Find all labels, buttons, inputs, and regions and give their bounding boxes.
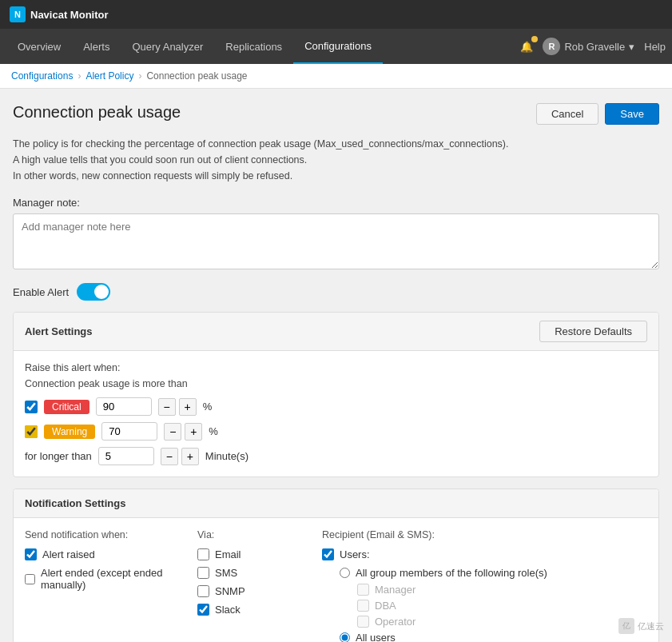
alert-settings-panel: Alert Settings Restore Defaults Raise th… bbox=[13, 312, 659, 477]
bell-icon[interactable]: 🔔 bbox=[520, 41, 533, 53]
breadcrumb-sep-1: › bbox=[78, 70, 81, 82]
longer-than-label: for longer than bbox=[25, 450, 92, 462]
content: Connection peak usage Cancel Save The po… bbox=[0, 89, 672, 642]
via-slack-label: Slack bbox=[215, 604, 241, 616]
enable-alert-label: Enable Alert bbox=[13, 286, 69, 298]
warning-decrement-button[interactable]: − bbox=[164, 423, 181, 441]
top-bar: N Navicat Monitor bbox=[0, 0, 672, 29]
nav-right: 🔔 R Rob Gravelle ▾ Help bbox=[520, 38, 666, 55]
description-line2: A high value tells that you could soon r… bbox=[13, 152, 659, 168]
role-dba: DBA bbox=[357, 600, 647, 612]
role-group-radio[interactable] bbox=[340, 568, 350, 578]
breadcrumb-sep-2: › bbox=[138, 70, 141, 82]
notification-settings-header: Notification Settings bbox=[14, 489, 658, 518]
alert-ended-label: Alert ended (except ended manually) bbox=[41, 567, 185, 591]
cancel-button[interactable]: Cancel bbox=[536, 103, 598, 125]
via-sms-label: SMS bbox=[215, 567, 237, 579]
warning-checkbox[interactable] bbox=[25, 425, 38, 438]
via-sms-item: SMS bbox=[197, 567, 309, 579]
header-buttons: Cancel Save bbox=[536, 103, 659, 125]
main-nav: Overview Alerts Query Analyzer Replicati… bbox=[0, 29, 672, 64]
alert-ended-checkbox[interactable] bbox=[25, 573, 35, 585]
longer-than-row: for longer than − + Minute(s) bbox=[25, 447, 647, 465]
critical-increment-button[interactable]: + bbox=[179, 398, 197, 416]
via-email-checkbox[interactable] bbox=[197, 548, 209, 560]
longer-than-unit: Minute(s) bbox=[205, 450, 249, 462]
via-email-label: Email bbox=[215, 548, 241, 560]
manager-note-label: Manager note: bbox=[13, 197, 659, 209]
notif-via-header: Via: bbox=[197, 529, 309, 540]
alert-raised-checkbox[interactable] bbox=[25, 548, 37, 560]
via-sms-checkbox[interactable] bbox=[197, 567, 209, 579]
nav-item-configurations[interactable]: Configurations bbox=[293, 29, 383, 64]
user-avatar: R bbox=[543, 38, 560, 55]
user-menu[interactable]: R Rob Gravelle ▾ bbox=[543, 38, 634, 55]
warning-row: Warning − + % bbox=[25, 422, 647, 441]
role-operator: Operator bbox=[357, 616, 647, 628]
notification-settings-title: Notification Settings bbox=[25, 497, 125, 509]
watermark-icon: 亿 bbox=[618, 618, 634, 634]
role-manager-checkbox[interactable] bbox=[357, 584, 369, 596]
all-users-label: All users bbox=[356, 632, 396, 642]
alert-raised-label: Alert raised bbox=[42, 548, 95, 560]
notif-via-col: Via: Email SMS SNMP Slack bbox=[197, 529, 309, 642]
watermark: 亿 亿速云 bbox=[618, 618, 664, 634]
notif-when-header: Send notification when: bbox=[25, 529, 185, 540]
critical-row: Critical − + % bbox=[25, 397, 647, 416]
breadcrumb-configurations[interactable]: Configurations bbox=[11, 70, 73, 82]
restore-defaults-button[interactable]: Restore Defaults bbox=[539, 321, 647, 342]
warning-value-input[interactable] bbox=[101, 422, 157, 441]
nav-item-overview[interactable]: Overview bbox=[6, 29, 72, 64]
via-snmp-label: SNMP bbox=[215, 585, 245, 597]
warning-badge: Warning bbox=[44, 425, 95, 439]
critical-value-input[interactable] bbox=[96, 397, 152, 416]
users-checkbox[interactable] bbox=[322, 548, 334, 560]
all-users-row: All users bbox=[340, 632, 647, 642]
app-logo: N Navicat Monitor bbox=[10, 6, 109, 22]
longer-than-increment-button[interactable]: + bbox=[181, 448, 199, 465]
help-link[interactable]: Help bbox=[644, 41, 666, 53]
longer-than-decrement-button[interactable]: − bbox=[161, 448, 178, 465]
alert-settings-header: Alert Settings Restore Defaults bbox=[14, 313, 658, 351]
role-group-radio-row: All group members of the following role(… bbox=[340, 567, 647, 579]
users-label: Users: bbox=[340, 548, 370, 560]
via-snmp-item: SNMP bbox=[197, 585, 309, 597]
logo-icon: N bbox=[10, 6, 26, 22]
notif-when-col: Send notification when: Alert raised Ale… bbox=[25, 529, 185, 642]
nav-item-alerts[interactable]: Alerts bbox=[72, 29, 121, 64]
breadcrumb: Configurations › Alert Policy › Connecti… bbox=[0, 64, 672, 89]
critical-badge: Critical bbox=[44, 400, 89, 414]
all-users-radio[interactable] bbox=[340, 632, 350, 642]
description-line3: In other words, new connection requests … bbox=[13, 168, 659, 184]
critical-stepper: − + bbox=[158, 398, 197, 416]
via-snmp-checkbox[interactable] bbox=[197, 585, 209, 597]
role-group-label: All group members of the following role(… bbox=[356, 567, 547, 579]
nav-items: Overview Alerts Query Analyzer Replicati… bbox=[6, 29, 383, 64]
via-slack-checkbox[interactable] bbox=[197, 604, 209, 616]
page-header: Connection peak usage Cancel Save bbox=[13, 103, 659, 125]
notification-settings-panel: Notification Settings Send notification … bbox=[13, 488, 659, 642]
longer-than-input[interactable] bbox=[98, 447, 154, 465]
watermark-text: 亿速云 bbox=[638, 620, 664, 632]
critical-checkbox[interactable] bbox=[25, 401, 38, 413]
enable-alert-row: Enable Alert bbox=[13, 283, 659, 301]
nav-item-query-analyzer[interactable]: Query Analyzer bbox=[121, 29, 214, 64]
save-button[interactable]: Save bbox=[605, 103, 659, 125]
bell-badge bbox=[531, 36, 538, 42]
critical-decrement-button[interactable]: − bbox=[158, 398, 176, 416]
role-dba-label: DBA bbox=[375, 600, 396, 612]
warning-increment-button[interactable]: + bbox=[185, 423, 202, 441]
nav-item-replications[interactable]: Replications bbox=[214, 29, 293, 64]
chevron-down-icon: ▾ bbox=[629, 41, 634, 53]
user-name: Rob Gravelle bbox=[564, 41, 625, 53]
notif-recipient-header: Recipient (Email & SMS): bbox=[322, 529, 647, 540]
condition-text: Connection peak usage is more than bbox=[25, 378, 647, 389]
breadcrumb-alert-policy[interactable]: Alert Policy bbox=[85, 70, 133, 82]
page-title: Connection peak usage bbox=[13, 103, 181, 122]
enable-alert-toggle[interactable] bbox=[77, 283, 110, 301]
role-dba-checkbox[interactable] bbox=[357, 600, 369, 612]
manager-note-textarea[interactable] bbox=[13, 213, 659, 269]
role-operator-checkbox[interactable] bbox=[357, 616, 369, 628]
role-operator-label: Operator bbox=[375, 616, 416, 628]
alert-raised-item: Alert raised bbox=[25, 548, 185, 560]
